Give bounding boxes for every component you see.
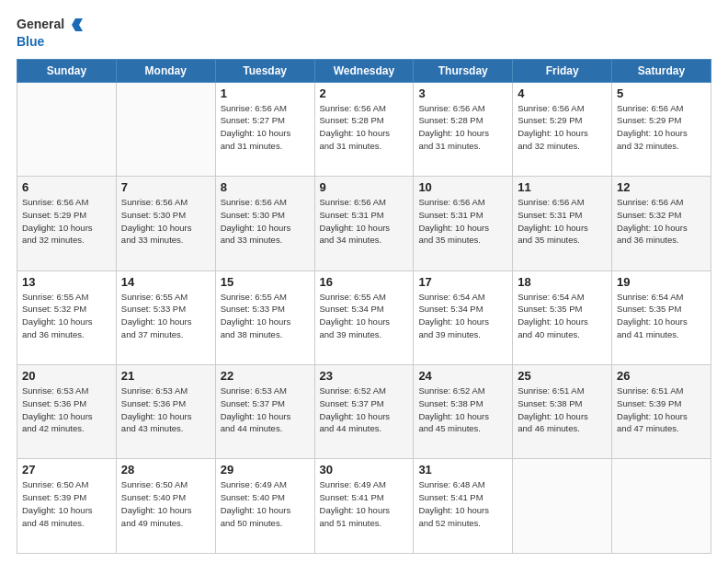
day-info: Sunrise: 6:54 AMSunset: 5:34 PMDaylight:… bbox=[418, 291, 507, 341]
week-row-2: 6Sunrise: 6:56 AMSunset: 5:29 PMDaylight… bbox=[17, 177, 711, 270]
logo-general: General bbox=[17, 17, 64, 31]
calendar-cell: 14Sunrise: 6:55 AMSunset: 5:33 PMDayligh… bbox=[116, 270, 215, 364]
calendar-cell: 21Sunrise: 6:53 AMSunset: 5:36 PMDayligh… bbox=[116, 365, 215, 459]
calendar-cell: 22Sunrise: 6:53 AMSunset: 5:37 PMDayligh… bbox=[215, 365, 314, 459]
day-info: Sunrise: 6:54 AMSunset: 5:35 PMDaylight:… bbox=[518, 291, 607, 341]
calendar-cell: 2Sunrise: 6:56 AMSunset: 5:28 PMDaylight… bbox=[314, 82, 414, 176]
calendar-cell: 7Sunrise: 6:56 AMSunset: 5:30 PMDaylight… bbox=[116, 177, 215, 270]
calendar-cell: 1Sunrise: 6:56 AMSunset: 5:27 PMDaylight… bbox=[215, 82, 314, 176]
calendar-cell: 19Sunrise: 6:54 AMSunset: 5:35 PMDayligh… bbox=[612, 270, 711, 364]
day-info: Sunrise: 6:56 AMSunset: 5:27 PMDaylight:… bbox=[221, 102, 310, 153]
day-info: Sunrise: 6:56 AMSunset: 5:28 PMDaylight:… bbox=[320, 102, 409, 153]
day-info: Sunrise: 6:54 AMSunset: 5:35 PMDaylight:… bbox=[617, 291, 706, 341]
day-number: 26 bbox=[617, 369, 706, 383]
day-info: Sunrise: 6:51 AMSunset: 5:38 PMDaylight:… bbox=[518, 385, 607, 435]
header: General Blue bbox=[17, 17, 711, 50]
day-number: 1 bbox=[221, 86, 310, 100]
calendar-cell: 10Sunrise: 6:56 AMSunset: 5:31 PMDayligh… bbox=[414, 177, 513, 270]
calendar-table: SundayMondayTuesdayWednesdayThursdayFrid… bbox=[17, 59, 711, 554]
svg-marker-0 bbox=[72, 18, 83, 31]
calendar-cell: 4Sunrise: 6:56 AMSunset: 5:29 PMDaylight… bbox=[513, 82, 612, 176]
calendar-cell: 27Sunrise: 6:50 AMSunset: 5:39 PMDayligh… bbox=[17, 459, 117, 554]
day-number: 6 bbox=[22, 180, 111, 194]
day-info: Sunrise: 6:49 AMSunset: 5:41 PMDaylight:… bbox=[320, 478, 409, 529]
day-header-sunday: Sunday bbox=[17, 59, 117, 82]
day-info: Sunrise: 6:53 AMSunset: 5:36 PMDaylight:… bbox=[22, 385, 111, 435]
day-info: Sunrise: 6:55 AMSunset: 5:32 PMDaylight:… bbox=[22, 291, 111, 341]
calendar-cell: 18Sunrise: 6:54 AMSunset: 5:35 PMDayligh… bbox=[513, 270, 612, 364]
day-header-thursday: Thursday bbox=[414, 59, 513, 82]
day-number: 12 bbox=[617, 180, 706, 194]
calendar-cell: 17Sunrise: 6:54 AMSunset: 5:34 PMDayligh… bbox=[414, 270, 513, 364]
calendar-cell: 28Sunrise: 6:50 AMSunset: 5:40 PMDayligh… bbox=[116, 459, 215, 554]
day-number: 17 bbox=[418, 275, 507, 289]
day-number: 5 bbox=[617, 86, 706, 100]
day-info: Sunrise: 6:56 AMSunset: 5:29 PMDaylight:… bbox=[518, 102, 607, 153]
day-number: 11 bbox=[518, 180, 607, 194]
day-number: 21 bbox=[121, 369, 210, 383]
calendar-cell bbox=[17, 82, 117, 176]
day-info: Sunrise: 6:55 AMSunset: 5:33 PMDaylight:… bbox=[121, 291, 210, 341]
calendar-cell: 12Sunrise: 6:56 AMSunset: 5:32 PMDayligh… bbox=[612, 177, 711, 270]
calendar-cell: 31Sunrise: 6:48 AMSunset: 5:41 PMDayligh… bbox=[414, 459, 513, 554]
day-number: 13 bbox=[22, 275, 111, 289]
calendar-cell: 5Sunrise: 6:56 AMSunset: 5:29 PMDaylight… bbox=[612, 82, 711, 176]
logo-blue: Blue bbox=[17, 34, 44, 49]
day-number: 19 bbox=[617, 275, 706, 289]
day-info: Sunrise: 6:50 AMSunset: 5:40 PMDaylight:… bbox=[121, 478, 210, 529]
day-info: Sunrise: 6:56 AMSunset: 5:30 PMDaylight:… bbox=[121, 196, 210, 247]
calendar-cell: 23Sunrise: 6:52 AMSunset: 5:37 PMDayligh… bbox=[314, 365, 414, 459]
day-info: Sunrise: 6:56 AMSunset: 5:31 PMDaylight:… bbox=[320, 196, 409, 247]
calendar-cell: 24Sunrise: 6:52 AMSunset: 5:38 PMDayligh… bbox=[414, 365, 513, 459]
day-number: 8 bbox=[221, 180, 310, 194]
calendar-cell: 13Sunrise: 6:55 AMSunset: 5:32 PMDayligh… bbox=[17, 270, 117, 364]
day-info: Sunrise: 6:56 AMSunset: 5:28 PMDaylight:… bbox=[418, 102, 507, 153]
day-number: 14 bbox=[121, 275, 210, 289]
calendar-cell: 25Sunrise: 6:51 AMSunset: 5:38 PMDayligh… bbox=[513, 365, 612, 459]
day-info: Sunrise: 6:52 AMSunset: 5:38 PMDaylight:… bbox=[418, 385, 507, 435]
day-info: Sunrise: 6:52 AMSunset: 5:37 PMDaylight:… bbox=[320, 385, 409, 435]
day-number: 4 bbox=[518, 86, 607, 100]
calendar-cell: 8Sunrise: 6:56 AMSunset: 5:30 PMDaylight… bbox=[215, 177, 314, 270]
day-header-friday: Friday bbox=[513, 59, 612, 82]
calendar-cell: 16Sunrise: 6:55 AMSunset: 5:34 PMDayligh… bbox=[314, 270, 414, 364]
day-number: 20 bbox=[22, 369, 111, 383]
day-number: 9 bbox=[320, 180, 409, 194]
day-header-wednesday: Wednesday bbox=[314, 59, 414, 82]
day-info: Sunrise: 6:56 AMSunset: 5:31 PMDaylight:… bbox=[418, 196, 507, 247]
day-number: 22 bbox=[221, 369, 310, 383]
days-header-row: SundayMondayTuesdayWednesdayThursdayFrid… bbox=[17, 59, 711, 82]
day-number: 7 bbox=[121, 180, 210, 194]
day-number: 18 bbox=[518, 275, 607, 289]
day-info: Sunrise: 6:55 AMSunset: 5:34 PMDaylight:… bbox=[320, 291, 409, 341]
calendar-cell: 26Sunrise: 6:51 AMSunset: 5:39 PMDayligh… bbox=[612, 365, 711, 459]
day-header-saturday: Saturday bbox=[612, 59, 711, 82]
page: General Blue SundayMondayTuesdayWednesda… bbox=[0, 0, 728, 563]
day-info: Sunrise: 6:55 AMSunset: 5:33 PMDaylight:… bbox=[221, 291, 310, 341]
day-number: 24 bbox=[418, 369, 507, 383]
day-number: 23 bbox=[320, 369, 409, 383]
calendar-cell: 29Sunrise: 6:49 AMSunset: 5:40 PMDayligh… bbox=[215, 459, 314, 554]
day-number: 16 bbox=[320, 275, 409, 289]
day-info: Sunrise: 6:50 AMSunset: 5:39 PMDaylight:… bbox=[22, 478, 111, 529]
calendar-cell: 9Sunrise: 6:56 AMSunset: 5:31 PMDaylight… bbox=[314, 177, 414, 270]
day-info: Sunrise: 6:56 AMSunset: 5:29 PMDaylight:… bbox=[22, 196, 111, 247]
day-number: 2 bbox=[320, 86, 409, 100]
day-number: 28 bbox=[121, 463, 210, 477]
calendar-cell: 15Sunrise: 6:55 AMSunset: 5:33 PMDayligh… bbox=[215, 270, 314, 364]
day-info: Sunrise: 6:56 AMSunset: 5:31 PMDaylight:… bbox=[518, 196, 607, 247]
day-info: Sunrise: 6:53 AMSunset: 5:37 PMDaylight:… bbox=[221, 385, 310, 435]
calendar-body: 1Sunrise: 6:56 AMSunset: 5:27 PMDaylight… bbox=[17, 82, 711, 553]
calendar-cell: 30Sunrise: 6:49 AMSunset: 5:41 PMDayligh… bbox=[314, 459, 414, 554]
logo-flag-icon bbox=[66, 17, 83, 33]
logo: General Blue bbox=[17, 17, 83, 50]
day-header-monday: Monday bbox=[116, 59, 215, 82]
day-info: Sunrise: 6:53 AMSunset: 5:36 PMDaylight:… bbox=[121, 385, 210, 435]
day-number: 3 bbox=[418, 86, 507, 100]
calendar-cell: 6Sunrise: 6:56 AMSunset: 5:29 PMDaylight… bbox=[17, 177, 117, 270]
calendar-cell: 11Sunrise: 6:56 AMSunset: 5:31 PMDayligh… bbox=[513, 177, 612, 270]
day-info: Sunrise: 6:51 AMSunset: 5:39 PMDaylight:… bbox=[617, 385, 706, 435]
calendar-cell bbox=[612, 459, 711, 554]
calendar-cell: 20Sunrise: 6:53 AMSunset: 5:36 PMDayligh… bbox=[17, 365, 117, 459]
day-number: 25 bbox=[518, 369, 607, 383]
